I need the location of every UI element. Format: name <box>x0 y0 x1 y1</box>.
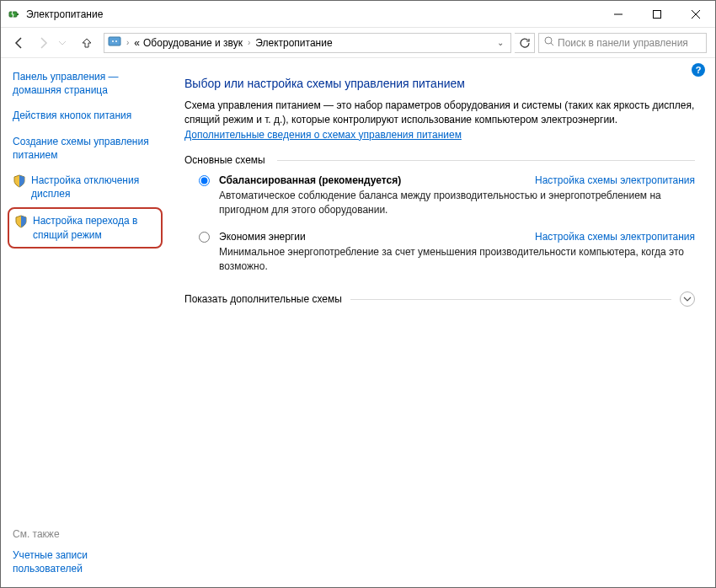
forward-button[interactable] <box>33 33 53 53</box>
close-button[interactable] <box>676 1 715 27</box>
divider <box>350 299 671 300</box>
plan-saver-settings-link[interactable]: Настройка схемы электропитания <box>535 231 695 243</box>
navigation-bar: › « Оборудование и звук › Электропитание… <box>1 28 715 58</box>
help-button[interactable]: ? <box>692 63 705 77</box>
search-input[interactable]: Поиск в панели управления <box>538 33 707 53</box>
minimize-button[interactable] <box>599 1 638 27</box>
window-frame: Электропитание › « Оборудование и звук <box>0 0 716 588</box>
address-dropdown-button[interactable]: ⌄ <box>494 38 507 47</box>
see-also-label: См. также <box>13 528 158 540</box>
refresh-button[interactable] <box>515 33 535 53</box>
breadcrumb-power[interactable]: Электропитание <box>255 37 332 49</box>
sidebar-user-accounts-link[interactable]: Учетные записи пользователей <box>13 548 158 575</box>
maximize-button[interactable] <box>638 1 676 27</box>
svg-rect-6 <box>109 37 120 45</box>
chevron-down-icon[interactable] <box>680 291 695 307</box>
power-plan-balanced: Сбалансированная (рекомендуется) Настрой… <box>195 174 695 217</box>
sidebar-sleep-setting-highlight: Настройка перехода в спящий режим <box>8 207 163 248</box>
shield-icon <box>14 215 28 228</box>
sidebar-home-link[interactable]: Панель управления — домашняя страница <box>13 70 158 97</box>
up-button[interactable] <box>77 33 97 53</box>
svg-point-7 <box>112 40 114 42</box>
show-additional-plans-label: Показать дополнительные схемы <box>184 293 342 305</box>
plan-balanced-settings-link[interactable]: Настройка схемы электропитания <box>535 174 695 186</box>
sidebar-create-plan-link[interactable]: Создание схемы управления питанием <box>13 135 158 162</box>
back-button[interactable] <box>9 33 29 53</box>
window-controls <box>599 1 715 27</box>
sidebar-display-off-link[interactable]: Настройка отключения дисплея <box>31 174 158 200</box>
group-main-plans-label: Основные схемы <box>184 154 695 166</box>
power-plan-saver: Экономия энергии Настройка схемы электро… <box>195 231 695 274</box>
sidebar-power-buttons-link[interactable]: Действия кнопок питания <box>13 109 158 122</box>
svg-rect-3 <box>654 10 661 18</box>
search-icon <box>544 36 554 49</box>
svg-rect-1 <box>17 13 19 15</box>
main-content: ? Выбор или настройка схемы управления п… <box>168 58 715 587</box>
sidebar-sleep-setting-link[interactable]: Настройка перехода в спящий режим <box>33 214 156 241</box>
search-placeholder: Поиск в панели управления <box>558 37 688 49</box>
chevron-right-icon[interactable]: › <box>125 38 131 47</box>
plan-saver-desc: Минимальное энергопотребление за счет ум… <box>219 245 695 274</box>
breadcrumb-hardware-sound[interactable]: Оборудование и звук <box>143 37 243 49</box>
power-options-icon <box>8 8 21 21</box>
plan-balanced-name: Сбалансированная (рекомендуется) <box>219 174 401 186</box>
chevron-right-icon[interactable]: › <box>246 38 252 47</box>
sidebar-display-off-row: Настройка отключения дисплея <box>13 174 158 200</box>
content-body: Панель управления — домашняя страница Де… <box>1 58 715 587</box>
window-title: Электропитание <box>26 8 599 20</box>
sidebar: Панель управления — домашняя страница Де… <box>1 58 168 587</box>
address-bar[interactable]: › « Оборудование и звук › Электропитание… <box>104 33 511 53</box>
plan-saver-radio[interactable] <box>199 232 210 243</box>
show-additional-plans-row[interactable]: Показать дополнительные схемы <box>184 291 695 307</box>
control-panel-icon <box>108 35 121 51</box>
plan-saver-name: Экономия энергии <box>219 231 306 243</box>
page-description: Схема управления питанием — это набор па… <box>184 99 695 142</box>
svg-line-10 <box>551 43 553 45</box>
page-title: Выбор или настройка схемы управления пит… <box>184 77 695 90</box>
learn-more-link[interactable]: Дополнительные сведения о схемах управле… <box>184 129 462 141</box>
svg-point-9 <box>545 37 552 44</box>
plan-balanced-desc: Автоматическое соблюдение баланса между … <box>219 189 695 217</box>
breadcrumb-root[interactable]: « <box>134 37 140 49</box>
recent-dropdown-button[interactable] <box>56 33 68 53</box>
shield-icon <box>13 174 26 188</box>
svg-point-8 <box>115 40 117 42</box>
titlebar: Электропитание <box>1 1 715 28</box>
plan-balanced-radio[interactable] <box>199 175 210 186</box>
